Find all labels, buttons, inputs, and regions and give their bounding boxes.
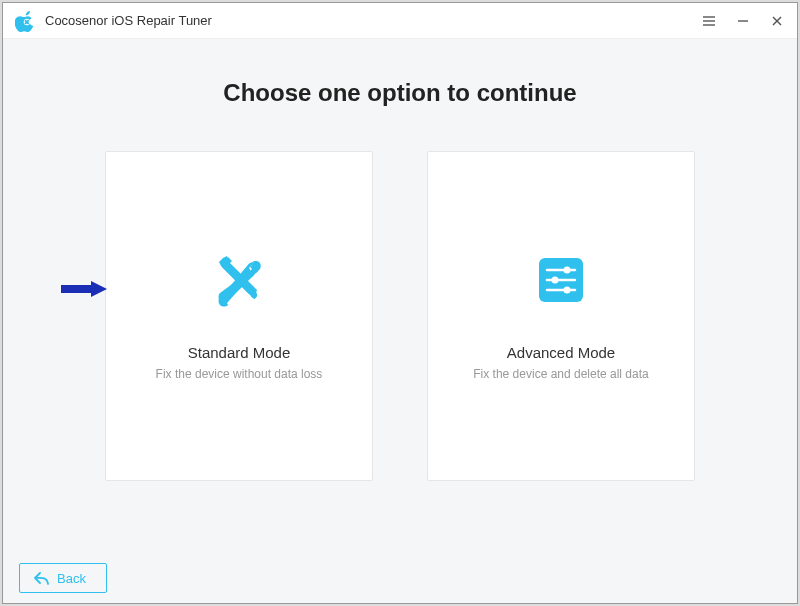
minimize-icon[interactable] [735, 13, 751, 29]
footer: Back [3, 553, 797, 603]
option-title: Advanced Mode [507, 344, 615, 361]
back-button[interactable]: Back [19, 563, 107, 593]
svg-rect-7 [61, 285, 91, 293]
arrow-right-icon [61, 278, 107, 298]
option-advanced-mode[interactable]: Advanced Mode Fix the device and delete … [427, 151, 695, 481]
svg-point-16 [564, 286, 571, 293]
window-controls [701, 13, 785, 29]
option-standard-mode[interactable]: Standard Mode Fix the device without dat… [105, 151, 373, 481]
app-window: Cocosenor iOS Repair Tuner [2, 2, 798, 604]
app-title: Cocosenor iOS Repair Tuner [45, 13, 212, 28]
main-content: Choose one option to continue [3, 39, 797, 553]
wrench-screwdriver-icon [211, 252, 267, 308]
svg-point-14 [564, 266, 571, 273]
page-heading: Choose one option to continue [223, 79, 576, 107]
back-button-label: Back [57, 571, 86, 586]
svg-point-15 [552, 276, 559, 283]
app-logo-icon [15, 10, 37, 32]
title-bar: Cocosenor iOS Repair Tuner [3, 3, 797, 39]
option-title: Standard Mode [188, 344, 291, 361]
option-subtitle: Fix the device without data loss [156, 367, 323, 381]
close-icon[interactable] [769, 13, 785, 29]
options-row: Standard Mode Fix the device without dat… [105, 151, 695, 481]
menu-icon[interactable] [701, 13, 717, 29]
sliders-icon [533, 252, 589, 308]
back-arrow-icon [34, 570, 50, 586]
option-subtitle: Fix the device and delete all data [473, 367, 648, 381]
